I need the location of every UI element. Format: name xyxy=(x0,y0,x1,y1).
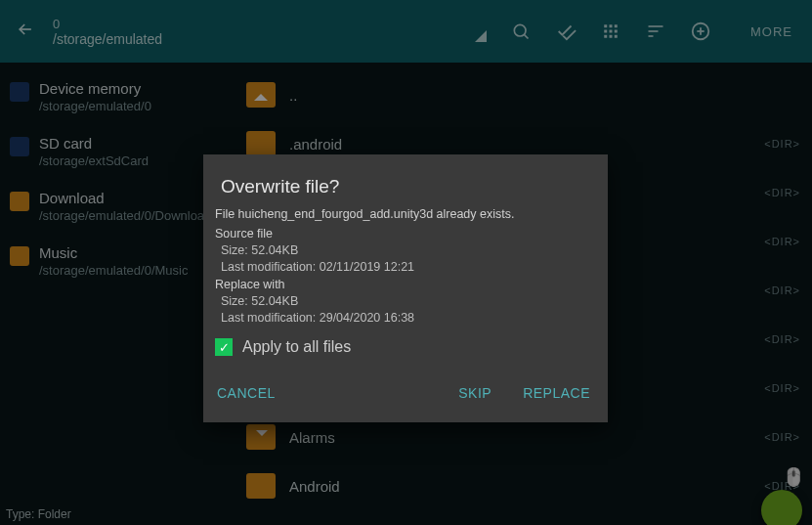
dialog-title: Overwrite file? xyxy=(221,176,592,197)
apply-all-row[interactable]: ✓ Apply to all files xyxy=(215,338,592,356)
replace-size: Size: 52.04KB xyxy=(221,294,592,308)
cancel-button[interactable]: CANCEL xyxy=(215,379,278,407)
replace-button[interactable]: REPLACE xyxy=(521,379,592,407)
replace-with-label: Replace with xyxy=(215,278,592,291)
checkbox-checked-icon[interactable]: ✓ xyxy=(215,338,233,356)
skip-button[interactable]: SKIP xyxy=(456,379,493,407)
source-modified: Last modification: 02/11/2019 12:21 xyxy=(221,260,592,274)
source-size: Size: 52.04KB xyxy=(221,243,592,257)
replace-modified: Last modification: 29/04/2020 16:38 xyxy=(221,311,592,325)
source-file-label: Source file xyxy=(215,227,592,241)
dialog-buttons: CANCEL SKIP REPLACE xyxy=(215,379,592,407)
dialog-message: File huicheng_end_fourgod_add.unity3d al… xyxy=(215,207,592,221)
apply-all-label: Apply to all files xyxy=(242,338,351,356)
overwrite-dialog: Overwrite file? File huicheng_end_fourgo… xyxy=(203,154,608,422)
